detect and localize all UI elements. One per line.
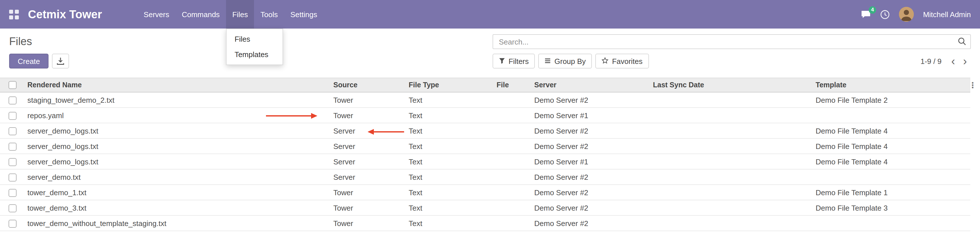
dropdown-item-files[interactable]: Files xyxy=(227,32,283,47)
cell-source[interactable]: Tower xyxy=(331,200,406,216)
cell-file[interactable] xyxy=(494,108,532,123)
row-checkbox[interactable] xyxy=(9,158,17,166)
cell-server[interactable]: Demo Server #2 xyxy=(532,92,651,108)
cell-file[interactable] xyxy=(494,154,532,169)
select-all-checkbox[interactable] xyxy=(9,81,17,89)
menu-tools[interactable]: Tools xyxy=(254,0,284,29)
cell-file-type[interactable]: Text xyxy=(406,200,494,216)
table-row[interactable]: server_demo_logs.txt Server Text Demo Se… xyxy=(0,154,970,169)
table-row[interactable]: repos.yaml Tower Text Demo Server #1 xyxy=(0,108,970,123)
table-row[interactable]: server_demo_logs.txt Server Text Demo Se… xyxy=(0,123,970,138)
table-row[interactable]: tower_demo_1.txt Tower Text Demo Server … xyxy=(0,185,970,200)
menu-settings[interactable]: Settings xyxy=(284,0,324,29)
cell-server[interactable]: Demo Server #2 xyxy=(532,185,651,200)
cell-server[interactable]: Demo Server #1 xyxy=(532,108,651,123)
cell-source[interactable]: Server xyxy=(331,154,406,169)
cell-rendered-name[interactable]: server_demo_logs.txt xyxy=(25,154,331,169)
cell-server[interactable]: Demo Server #2 xyxy=(532,200,651,216)
cell-file[interactable] xyxy=(494,216,532,231)
cell-template[interactable]: Demo File Template 3 xyxy=(813,200,970,216)
cell-last-sync-date[interactable] xyxy=(651,169,813,185)
row-checkbox[interactable] xyxy=(9,127,17,135)
cell-template[interactable]: Demo File Template 1 xyxy=(813,185,970,200)
row-checkbox[interactable] xyxy=(9,97,17,105)
cell-file-type[interactable]: Text xyxy=(406,138,494,154)
app-title[interactable]: Cetmix Tower xyxy=(28,8,102,21)
dropdown-item-templates[interactable]: Templates xyxy=(227,47,283,62)
cell-source[interactable]: Tower xyxy=(331,92,406,108)
search-input[interactable] xyxy=(493,34,971,49)
cell-template[interactable]: Demo File Template 4 xyxy=(813,154,970,169)
pager-next-button[interactable]: › xyxy=(959,56,971,67)
cell-template[interactable]: Demo File Template 4 xyxy=(813,138,970,154)
col-template[interactable]: Template xyxy=(813,78,970,92)
cell-file[interactable] xyxy=(494,138,532,154)
favorites-button[interactable]: Favorites xyxy=(596,54,649,68)
cell-template[interactable]: Demo File Template 4 xyxy=(813,123,970,138)
col-server[interactable]: Server xyxy=(532,78,651,92)
cell-last-sync-date[interactable] xyxy=(651,138,813,154)
cell-last-sync-date[interactable] xyxy=(651,185,813,200)
menu-commands[interactable]: Commands xyxy=(175,0,226,29)
cell-file-type[interactable]: Text xyxy=(406,123,494,138)
optional-columns-toggle-icon[interactable]: ⋮ xyxy=(969,81,977,90)
row-checkbox[interactable] xyxy=(9,173,17,181)
row-checkbox[interactable] xyxy=(9,220,17,228)
cell-file[interactable] xyxy=(494,169,532,185)
cell-source[interactable]: Server xyxy=(331,169,406,185)
apps-menu-icon[interactable] xyxy=(9,10,19,19)
col-file[interactable]: File xyxy=(494,78,532,92)
menu-servers[interactable]: Servers xyxy=(137,0,175,29)
cell-template[interactable] xyxy=(813,216,970,231)
menu-files[interactable]: Files Files Templates xyxy=(226,0,254,29)
cell-last-sync-date[interactable] xyxy=(651,154,813,169)
cell-rendered-name[interactable]: server_demo_logs.txt xyxy=(25,138,331,154)
row-checkbox[interactable] xyxy=(9,189,17,197)
table-row[interactable]: server_demo_logs.txt Server Text Demo Se… xyxy=(0,138,970,154)
table-row[interactable]: tower_demo_without_template_staging.txt … xyxy=(0,216,970,231)
cell-last-sync-date[interactable] xyxy=(651,123,813,138)
cell-last-sync-date[interactable] xyxy=(651,216,813,231)
export-button[interactable] xyxy=(52,54,69,68)
cell-file-type[interactable]: Text xyxy=(406,185,494,200)
cell-rendered-name[interactable]: server_demo.txt xyxy=(25,169,331,185)
table-row[interactable]: tower_demo_3.txt Tower Text Demo Server … xyxy=(0,200,970,216)
cell-rendered-name[interactable]: repos.yaml xyxy=(25,108,331,123)
table-row[interactable]: server_demo.txt Server Text Demo Server … xyxy=(0,169,970,185)
user-avatar[interactable] xyxy=(899,7,914,22)
cell-source[interactable]: Server xyxy=(331,138,406,154)
cell-template[interactable]: Demo File Template 2 xyxy=(813,92,970,108)
cell-file-type[interactable]: Text xyxy=(406,92,494,108)
cell-file-type[interactable]: Text xyxy=(406,154,494,169)
search-icon[interactable] xyxy=(958,37,966,46)
cell-file[interactable] xyxy=(494,92,532,108)
user-name[interactable]: Mitchell Admin xyxy=(923,10,971,19)
cell-rendered-name[interactable]: tower_demo_3.txt xyxy=(25,200,331,216)
cell-file[interactable] xyxy=(494,200,532,216)
filters-button[interactable]: Filters xyxy=(493,54,535,68)
activities-clock-icon[interactable] xyxy=(880,10,890,19)
cell-file[interactable] xyxy=(494,123,532,138)
cell-source[interactable]: Tower xyxy=(331,216,406,231)
cell-source[interactable]: Server xyxy=(331,123,406,138)
cell-template[interactable] xyxy=(813,169,970,185)
cell-rendered-name[interactable]: tower_demo_without_template_staging.txt xyxy=(25,216,331,231)
cell-source[interactable]: Tower xyxy=(331,108,406,123)
cell-template[interactable] xyxy=(813,108,970,123)
cell-server[interactable]: Demo Server #2 xyxy=(532,123,651,138)
cell-server[interactable]: Demo Server #1 xyxy=(532,154,651,169)
row-checkbox[interactable] xyxy=(9,143,17,151)
cell-server[interactable]: Demo Server #2 xyxy=(532,216,651,231)
cell-file-type[interactable]: Text xyxy=(406,108,494,123)
group-by-button[interactable]: Group By xyxy=(539,54,592,68)
cell-file-type[interactable]: Text xyxy=(406,169,494,185)
cell-rendered-name[interactable]: server_demo_logs.txt xyxy=(25,123,331,138)
row-checkbox[interactable] xyxy=(9,204,17,212)
cell-last-sync-date[interactable] xyxy=(651,200,813,216)
col-file-type[interactable]: File Type xyxy=(406,78,494,92)
table-row[interactable]: staging_tower_demo_2.txt Tower Text Demo… xyxy=(0,92,970,108)
cell-rendered-name[interactable]: tower_demo_1.txt xyxy=(25,185,331,200)
col-source[interactable]: Source xyxy=(331,78,406,92)
messages-icon[interactable]: 4 xyxy=(861,10,871,19)
cell-file[interactable] xyxy=(494,185,532,200)
